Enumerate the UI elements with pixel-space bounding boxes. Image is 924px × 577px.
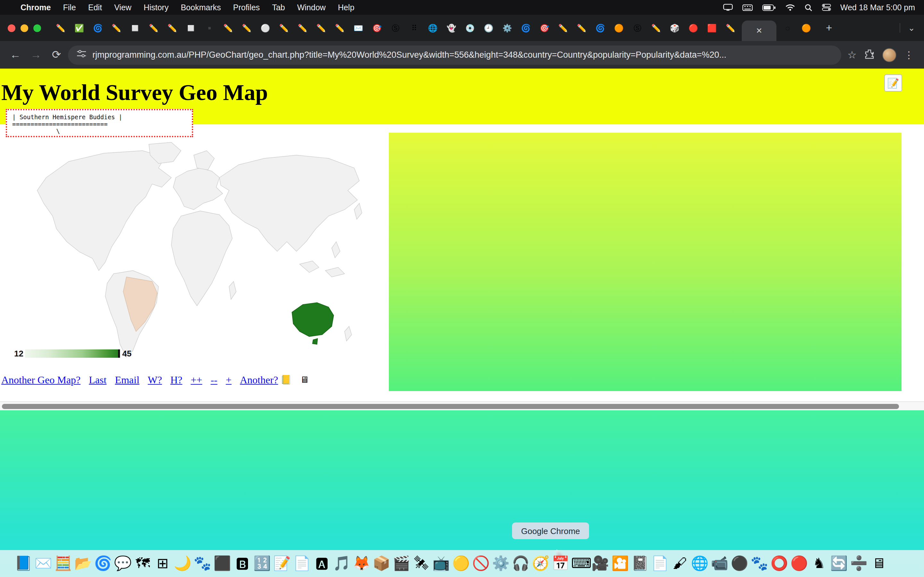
browser-tab-29[interactable]: 🌀 [591, 19, 610, 37]
battery-icon[interactable] [762, 4, 775, 11]
browser-tab-8[interactable]: ▪️ [200, 19, 219, 37]
dock-app-icon-3[interactable]: 📂 [74, 552, 92, 575]
dock-app-icon-23[interactable]: 🚫 [472, 552, 490, 575]
close-tab-icon[interactable]: ✕ [756, 26, 762, 35]
dock-app-icon-2[interactable]: 🧮 [54, 552, 73, 575]
region-north-america[interactable] [37, 151, 171, 271]
browser-tab-18[interactable]: Ⓢ [386, 19, 405, 37]
browser-tab-4[interactable]: ◻️ [126, 19, 144, 37]
dock-app-icon-12[interactable]: 🔢 [253, 552, 271, 575]
dock-app-icon-4[interactable]: 🌀 [94, 552, 112, 575]
browser-tab-7[interactable]: ◻️ [182, 19, 200, 37]
region-tasmania[interactable] [312, 338, 318, 344]
region-africa[interactable] [171, 211, 232, 306]
browser-tab-28[interactable]: ✏️ [572, 19, 591, 37]
browser-tab-27[interactable]: ✏️ [554, 19, 572, 37]
dock-app-icon-31[interactable]: 📓 [631, 552, 649, 575]
browser-tab-9[interactable]: ✏️ [219, 19, 237, 37]
region-japan[interactable] [354, 203, 362, 219]
browser-tab-16[interactable]: ✉️ [349, 19, 368, 37]
horizontal-scrollbar-thumb[interactable] [2, 404, 899, 409]
menu-item-5[interactable]: Bookmarks [181, 3, 221, 12]
dock-app-icon-37[interactable]: 🐾 [750, 552, 769, 575]
browser-tab-35[interactable]: 🟥 [703, 19, 721, 37]
region-scandinavia[interactable] [194, 151, 214, 170]
page-link-5[interactable]: ++ [191, 374, 202, 386]
page-link-8[interactable]: Another? [240, 374, 278, 386]
dock-app-icon-6[interactable]: 🗺 [134, 552, 152, 575]
browser-tab-0[interactable]: ◌ [779, 19, 797, 37]
dock-app-icon-41[interactable]: 🔄 [830, 552, 848, 575]
dock-app-icon-19[interactable]: 🎬 [392, 552, 411, 575]
browser-tab-24[interactable]: ⚙️ [498, 19, 517, 37]
address-bar[interactable]: rjmprogramming.com.au/PHP/GeoChart/geo_c… [68, 45, 841, 64]
browser-tab-15[interactable]: ✏️ [330, 19, 349, 37]
browser-tab-17[interactable]: 🎯 [368, 19, 386, 37]
browser-tab-25[interactable]: 🌀 [517, 19, 535, 37]
browser-tab-13[interactable]: ✏️ [293, 19, 312, 37]
region-indonesia-2[interactable] [325, 268, 344, 277]
control-center-icon[interactable] [822, 4, 830, 11]
menu-item-0[interactable]: Chrome [21, 3, 51, 12]
page-link-2[interactable]: Email [115, 374, 139, 386]
region-asia[interactable] [220, 155, 359, 251]
browser-tab-10[interactable]: ✏️ [237, 19, 256, 37]
region-europe[interactable] [173, 168, 223, 210]
reload-button[interactable]: ⟳ [47, 46, 65, 64]
menu-item-2[interactable]: Edit [88, 3, 102, 12]
dock-app-icon-25[interactable]: 🎧 [511, 552, 530, 575]
browser-tab-30[interactable]: 🟠 [610, 19, 628, 37]
dock-app-icon-35[interactable]: 📹 [710, 552, 729, 575]
browser-tab-31[interactable]: Ⓢ [628, 19, 647, 37]
dock-app-icon-36[interactable]: ⚫ [730, 552, 749, 575]
dock-app-icon-16[interactable]: 🎵 [333, 552, 351, 575]
display-icon[interactable] [723, 4, 732, 11]
dock-app-icon-15[interactable]: 🅰 [312, 552, 331, 575]
profile-avatar[interactable] [882, 48, 897, 62]
region-new-zealand[interactable] [344, 326, 352, 341]
spotlight-search-icon[interactable] [804, 3, 812, 11]
dock-app-icon-30[interactable]: 🎦 [611, 552, 630, 575]
browser-tab-34[interactable]: 🔴 [684, 19, 703, 37]
dock-chrome-icon[interactable]: 🧭 [531, 552, 550, 575]
page-link-6[interactable]: -- [210, 374, 217, 386]
dock-app-icon-34[interactable]: 🌐 [690, 552, 709, 575]
dock-app-icon-10[interactable]: ⬛ [213, 552, 232, 575]
browser-tab-36[interactable]: ✏️ [721, 19, 740, 37]
dock-app-icon-7[interactable]: ⊞ [153, 552, 172, 575]
dock-app-icon-33[interactable]: 🖌 [670, 552, 689, 575]
back-button[interactable]: ← [6, 46, 24, 64]
menu-item-6[interactable]: Profiles [233, 3, 260, 12]
page-link-3[interactable]: W? [148, 374, 162, 386]
note-widget[interactable]: 📝 [884, 74, 902, 92]
browser-tab-14[interactable]: ✏️ [312, 19, 330, 37]
dock-app-icon-14[interactable]: 📄 [292, 552, 311, 575]
region-madagascar[interactable] [229, 282, 236, 300]
browser-tab-1[interactable]: ✅ [70, 19, 89, 37]
browser-tab-22[interactable]: 💿 [461, 19, 479, 37]
new-tab-button[interactable]: + [821, 19, 837, 36]
menu-bar-clock[interactable]: Wed 18 Mar 5:00 pm [840, 3, 915, 12]
browser-tab-32[interactable]: ✏️ [647, 19, 666, 37]
dock-app-icon-20[interactable]: 🛰 [412, 552, 431, 575]
menu-item-1[interactable]: File [63, 3, 76, 12]
dock-app-icon-13[interactable]: 📝 [273, 552, 291, 575]
browser-tab-3[interactable]: ✏️ [107, 19, 126, 37]
dock-app-icon-17[interactable]: 🦊 [352, 552, 371, 575]
zoom-window-button[interactable] [33, 24, 41, 32]
browser-tab-20[interactable]: 🌐 [423, 19, 442, 37]
menu-item-4[interactable]: History [144, 3, 169, 12]
browser-tab-23[interactable]: 🕘 [479, 19, 498, 37]
menu-item-3[interactable]: View [114, 3, 132, 12]
dock-app-icon-42[interactable]: ➗ [850, 552, 868, 575]
dock-app-icon-39[interactable]: 🔴 [790, 552, 809, 575]
dock-app-icon-21[interactable]: 📺 [432, 552, 451, 575]
browser-tab-5[interactable]: ✏️ [144, 19, 163, 37]
browser-tab-2[interactable]: 🌀 [89, 19, 107, 37]
menu-item-9[interactable]: Help [338, 3, 354, 12]
dock-app-icon-32[interactable]: 📄 [651, 552, 669, 575]
minimize-window-button[interactable] [21, 24, 28, 32]
dock-app-icon-22[interactable]: 🟡 [452, 552, 470, 575]
browser-tab-26[interactable]: 🎯 [535, 19, 554, 37]
dock-app-icon-8[interactable]: 🌙 [173, 552, 192, 575]
